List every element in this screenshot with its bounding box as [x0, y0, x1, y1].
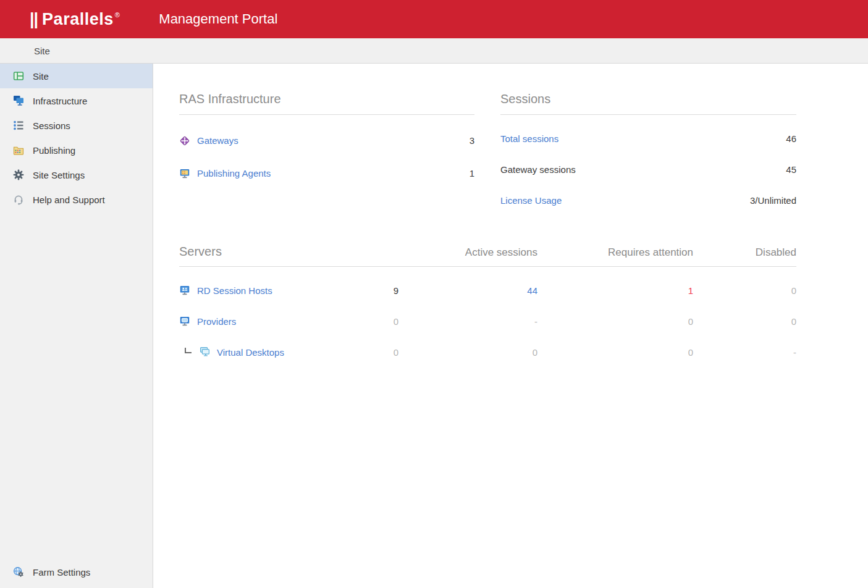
session-list-icon: [13, 120, 24, 131]
server-row-rd-session-hosts: RD Session Hosts 94410: [179, 275, 796, 306]
gateways-count: 3: [470, 135, 474, 146]
servers-table-header: Servers Active sessions Requires attenti…: [179, 245, 796, 267]
virtual-desktops-disabled: -: [693, 347, 796, 358]
column-header-disabled: Disabled: [693, 246, 796, 259]
sessions-section: Sessions Total sessions 46 Gateway sessi…: [500, 92, 796, 216]
sessions-row-gateway-sessions: Gateway sessions 45: [500, 154, 796, 185]
sidebar-item-site-settings[interactable]: Site Settings: [0, 162, 153, 187]
breadcrumb-site[interactable]: Site: [34, 46, 50, 56]
license-usage-link[interactable]: License Usage: [500, 195, 562, 206]
publishing-agents-count: 1: [470, 168, 474, 178]
servers-section: Servers Active sessions Requires attenti…: [179, 245, 796, 368]
server-row-providers: Providers 0-00: [179, 306, 796, 337]
rd-session-hosts-link[interactable]: RD Session Hosts: [197, 285, 272, 296]
sessions-row-total-sessions: Total sessions 46: [500, 123, 796, 154]
app-header: || Parallels ® Management Portal: [0, 0, 868, 38]
providers-link[interactable]: Providers: [197, 316, 236, 327]
sidebar-item-label: Publishing: [33, 145, 75, 156]
infra-row-publishing-agents: Publishing Agents 1: [179, 157, 474, 190]
sidebar-item-farm-settings[interactable]: Farm Settings: [0, 560, 153, 584]
servers-title: Servers: [179, 245, 398, 259]
sidebar-item-label: Site Settings: [33, 170, 85, 180]
sidebar-item-sessions[interactable]: Sessions: [0, 113, 153, 138]
provider-icon: [179, 316, 190, 327]
headset-icon: [13, 194, 24, 205]
app-title: Management Portal: [159, 11, 277, 27]
rd-session-host-icon: [179, 285, 190, 296]
sidebar-item-label: Farm Settings: [33, 567, 90, 578]
sidebar-footer: Farm Settings: [0, 560, 153, 584]
virtual-desktops-requires-attention: 0: [537, 347, 693, 358]
total-sessions-link[interactable]: Total sessions: [500, 133, 558, 144]
ras-infrastructure-rows: Gateways 3 Publishing Agents 1: [179, 124, 474, 190]
rd-session-hosts-active-sessions[interactable]: 44: [398, 285, 537, 296]
publishing-agent-icon: [179, 168, 190, 179]
tree-connector-icon: [185, 348, 192, 353]
providers-count: 0: [346, 316, 398, 327]
sidebar-item-help-and-support[interactable]: Help and Support: [0, 187, 153, 212]
site-grid-icon: [13, 70, 24, 82]
sessions-title: Sessions: [500, 92, 796, 115]
gateways-link[interactable]: Gateways: [197, 135, 238, 146]
providers-disabled: 0: [693, 316, 796, 327]
total-sessions-value: 46: [786, 133, 796, 144]
rd-session-hosts-requires-attention: 1: [537, 285, 693, 296]
breadcrumb: Site: [0, 38, 868, 64]
parallels-logo: || Parallels ®: [30, 10, 120, 29]
top-sections: RAS Infrastructure Gateways 3 Publishing…: [153, 64, 868, 216]
sidebar-item-site[interactable]: Site: [0, 64, 153, 88]
server-label-cell: Providers: [179, 316, 346, 327]
publishing-folder-icon: [13, 145, 24, 156]
virtual-desktop-icon: [199, 346, 210, 358]
infra-row-gateways: Gateways 3: [179, 124, 474, 157]
registered-mark: ®: [115, 11, 120, 19]
publishing-agents-link[interactable]: Publishing Agents: [197, 168, 271, 178]
virtual-desktops-link[interactable]: Virtual Desktops: [217, 347, 284, 358]
server-row-virtual-desktops: Virtual Desktops 000-: [179, 337, 796, 368]
providers-requires-attention: 0: [537, 316, 693, 327]
sidebar-nav: Site Infrastructure Sessions Publishing …: [0, 64, 153, 212]
license-usage-value: 3/Unlimited: [750, 195, 796, 206]
gateway-icon: [179, 135, 190, 146]
content: RAS Infrastructure Gateways 3 Publishing…: [153, 64, 868, 588]
server-label-cell: RD Session Hosts: [179, 285, 346, 296]
sidebar-item-publishing[interactable]: Publishing: [0, 138, 153, 162]
rd-session-hosts-count: 9: [346, 285, 398, 296]
server-label-cell: Virtual Desktops: [179, 346, 346, 358]
sessions-rows: Total sessions 46 Gateway sessions 45 Li…: [500, 123, 796, 216]
sidebar-item-label: Site: [33, 71, 49, 82]
globe-gear-icon: [13, 566, 24, 578]
virtual-desktops-active-sessions: 0: [398, 347, 537, 358]
sessions-row-license-usage: License Usage 3/Unlimited: [500, 185, 796, 216]
providers-active-sessions: -: [398, 316, 537, 327]
column-header-active-sessions: Active sessions: [398, 246, 537, 259]
servers-table-body: RD Session Hosts 94410 Providers 0-00 Vi…: [179, 275, 796, 368]
gateway-sessions-label: Gateway sessions: [500, 164, 576, 175]
sidebar-item-infrastructure[interactable]: Infrastructure: [0, 88, 153, 113]
virtual-desktops-count: 0: [346, 347, 398, 358]
column-header-requires-attention: Requires attention: [537, 246, 693, 259]
ras-infrastructure-section: RAS Infrastructure Gateways 3 Publishing…: [179, 92, 474, 216]
sidebar-item-label: Infrastructure: [33, 96, 87, 106]
monitors-icon: [13, 95, 24, 106]
main-row: Site Infrastructure Sessions Publishing …: [0, 64, 868, 588]
logo-bars-icon: ||: [30, 10, 38, 29]
ras-infrastructure-title: RAS Infrastructure: [179, 92, 474, 115]
sidebar-item-label: Help and Support: [33, 195, 105, 205]
sidebar: Site Infrastructure Sessions Publishing …: [0, 64, 153, 588]
gateway-sessions-value: 45: [786, 164, 796, 175]
logo-text: Parallels: [42, 10, 114, 29]
sidebar-item-label: Sessions: [33, 120, 70, 131]
rd-session-hosts-disabled: 0: [693, 285, 796, 296]
gear-icon: [13, 169, 24, 180]
